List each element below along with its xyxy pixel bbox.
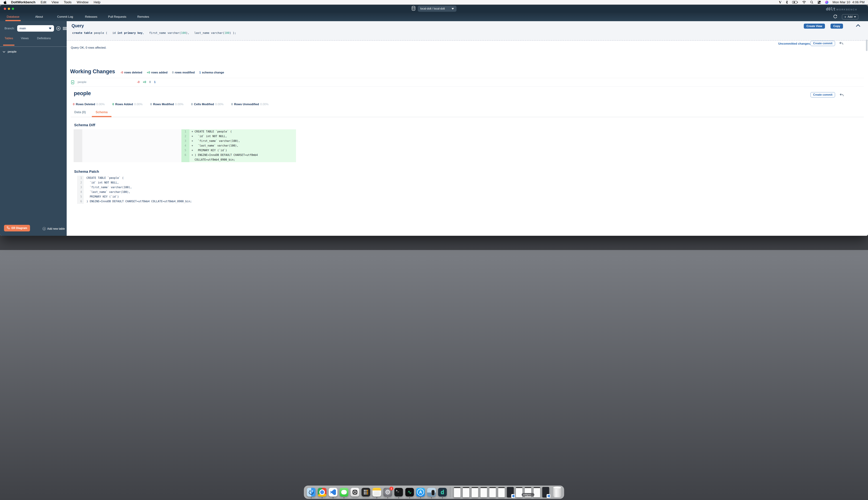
sidebar-tab-views[interactable]: Views: [21, 37, 28, 42]
tab-schema[interactable]: Schema: [96, 111, 107, 117]
diff-line-number: [181, 158, 190, 162]
patch-line-text: `first_name` varchar(100),: [84, 185, 132, 190]
diff-line-text: `id` int NOT NULL,: [195, 134, 227, 139]
working-stat-schema-change: 1schema change: [199, 71, 224, 74]
branch-selector-dropdown[interactable]: main: [17, 25, 54, 32]
patch-line: 4 `last_name` varchar(100),: [77, 190, 192, 194]
stat-label: Rows Unmodified: [234, 103, 259, 106]
patch-line-number: 3: [77, 185, 84, 190]
patch-line: 2 `id` int NOT NULL,: [77, 180, 192, 185]
sql-segment: ) );: [229, 31, 236, 35]
sql-segment: ), last_name varchar(: [186, 31, 225, 35]
schema-patch-block: 1CREATE TABLE `people` (2 `id` int NOT N…: [77, 176, 192, 204]
sql-segment: people ( id: [92, 31, 117, 35]
nav-tab-commit-log[interactable]: Commit Log: [52, 12, 78, 21]
new-branch-button[interactable]: [56, 26, 60, 31]
sql-segment: 100: [181, 31, 186, 35]
stat-label: schema change: [202, 71, 224, 74]
diff-old-gutter: [73, 129, 82, 162]
chevron-down-icon: [3, 50, 5, 53]
stat-value: 1: [199, 71, 201, 74]
diff-line-text: `first_name` varchar(100),: [195, 139, 240, 144]
sidebar-divider: [0, 46, 67, 47]
sql-segment: create table: [72, 31, 92, 35]
patch-line-text: PRIMARY KEY (`id`): [84, 194, 119, 199]
tab-data-0[interactable]: Data (0): [74, 111, 86, 117]
row-count: -0: [137, 80, 140, 84]
database-icon: [411, 6, 415, 11]
row-count: 1: [154, 80, 156, 84]
stat-label: rows added: [151, 71, 167, 74]
diff-line-number: 6: [181, 153, 190, 158]
er-diagram-icon: [7, 226, 10, 230]
tabs-border: [71, 117, 444, 117]
menu-item-tools[interactable]: Tools: [64, 0, 71, 4]
patch-line: 3 `first_name` varchar(100),: [77, 185, 192, 190]
add-new-table-label: Add new table: [47, 227, 65, 230]
sql-segment: 100: [225, 31, 229, 35]
sidebar-tab-tables[interactable]: Tables: [4, 37, 13, 42]
table-stat-rows-deleted: 0Rows Deleted0.00%: [73, 103, 105, 106]
branch-menu-icon[interactable]: [63, 27, 67, 30]
diff-line: 1+CREATE TABLE `people` (: [181, 129, 296, 134]
sidebar-table-list: people: [0, 49, 67, 55]
patch-line-text: ) ENGINE=InnoDB DEFAULT CHARSET=utf8mb4 …: [84, 199, 192, 204]
apple-menu-icon[interactable]: [3, 0, 7, 4]
table-stat-cells-modified: 0Cells Modified0.00%: [191, 103, 224, 106]
minimize-button[interactable]: [8, 8, 10, 10]
plus-circle-icon: +: [43, 227, 46, 230]
branch-label: Branch:: [4, 27, 15, 30]
zoom-button[interactable]: [12, 8, 14, 10]
menu-bar: DoltWorkbench EditViewToolsWindowHelp V …: [0, 0, 444, 4]
stat-value: 0: [150, 103, 152, 106]
menu-item-view[interactable]: View: [52, 0, 59, 4]
diff-line-text: CREATE TABLE `people` (: [195, 129, 232, 134]
database-selector-dropdown[interactable]: local-dolt / local-dolt: [418, 5, 444, 12]
schema-diff-block: 1+CREATE TABLE `people` (2+ `id` int NOT…: [73, 129, 296, 162]
diff-sign: [190, 158, 195, 162]
sidebar-tab-definitions[interactable]: Definitions: [37, 37, 51, 42]
nav-tab-database[interactable]: Database: [0, 12, 26, 21]
working-changes-table-row[interactable]: + people -0+001: [67, 78, 444, 87]
sql-text[interactable]: create table people ( id int primary key…: [72, 31, 236, 35]
changed-table-name[interactable]: people: [78, 80, 87, 84]
nav-tab-releases[interactable]: Releases: [78, 12, 104, 21]
menu-item-help[interactable]: Help: [94, 0, 101, 4]
stat-value: 0: [231, 103, 233, 106]
add-new-table-button[interactable]: + Add new table: [43, 227, 65, 230]
sidebar: Branch: main TablesViewsDefinitions peop…: [0, 21, 67, 236]
close-button[interactable]: [4, 8, 6, 10]
stat-value: 0: [73, 103, 75, 106]
active-app-name[interactable]: DoltWorkbench: [11, 0, 35, 4]
sidebar-table-label: people: [8, 50, 16, 54]
er-diagram-button[interactable]: ER Diagram: [4, 225, 30, 231]
sidebar-item-people[interactable]: people: [0, 49, 67, 55]
stat-label: Cells Modified: [194, 103, 214, 106]
query-panel-title: Query: [71, 23, 84, 28]
nav-tab-about[interactable]: About: [26, 12, 52, 21]
sql-segment: [122, 31, 124, 35]
stat-value: +0: [147, 71, 150, 74]
diff-line-number: 3: [181, 139, 190, 144]
nav-tab-pull-requests[interactable]: Pull Requests: [104, 12, 130, 21]
nav-tab-remotes[interactable]: Remotes: [130, 12, 156, 21]
patch-line-number: 6: [77, 199, 84, 204]
nav-tabs: DatabaseAboutCommit LogReleasesPull Requ…: [0, 12, 156, 21]
diff-line: 5+ PRIMARY KEY (`id`): [181, 148, 296, 153]
table-section-title: people: [74, 90, 91, 96]
database-selector-value: local-dolt / local-dolt: [420, 7, 444, 10]
doltworkbench-window: local-dolt / local-dolt d0lt WORKBENCH D…: [0, 5, 444, 236]
query-panel: Query create table people ( id int prima…: [67, 21, 444, 41]
sql-segment: int: [117, 31, 122, 35]
menu-item-window[interactable]: Window: [77, 0, 89, 4]
patch-line: 6) ENGINE=InnoDB DEFAULT CHARSET=utf8mb4…: [77, 199, 192, 204]
diff-sign: +: [190, 134, 195, 139]
table-stat-rows-unmodified: 0Rows Unmodified0.00%: [231, 103, 269, 106]
row-count: +0: [143, 80, 146, 84]
menu-item-edit[interactable]: Edit: [41, 0, 46, 4]
chevron-down-icon: [49, 27, 52, 29]
patch-line: 5 PRIMARY KEY (`id`): [77, 194, 192, 199]
stat-label: Rows Deleted: [76, 103, 95, 106]
patch-line-text: `last_name` varchar(100),: [84, 190, 130, 194]
diff-line-number: 1: [181, 129, 190, 134]
